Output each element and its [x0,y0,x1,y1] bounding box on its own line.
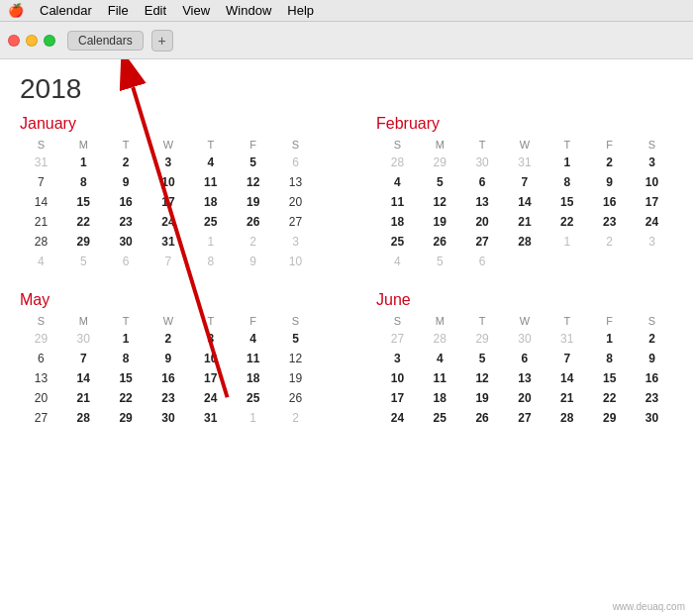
titlebar: Calendars + [0,22,693,59]
list-item: 20 [20,388,62,408]
list-item: 1 [189,232,232,252]
menu-file[interactable]: File [108,3,129,18]
list-item: 9 [105,172,148,192]
list-item: 4 [232,329,274,349]
list-item: 31 [189,408,232,428]
list-item: 20 [274,192,317,212]
list-item: 23 [105,212,148,232]
list-item: 14 [62,368,105,388]
col-thu: T [189,137,232,153]
table-row: 13141516171819 [20,368,317,388]
february-calendar: S M T W T F S 28293031123456789101112131… [376,137,673,271]
list-item: 24 [376,408,419,428]
col-wed: W [148,313,190,329]
col-fri: F [232,313,274,329]
list-item: 8 [62,172,105,192]
list-item: 6 [461,172,504,192]
list-item: 27 [504,408,546,428]
list-item: 24 [189,388,232,408]
list-item: 14 [545,368,588,388]
list-item: 28 [376,153,419,172]
list-item: 2 [588,232,631,252]
list-item: 28 [20,232,62,252]
list-item: 1 [545,153,588,172]
menu-help[interactable]: Help [287,3,314,18]
calendars-button[interactable]: Calendars [67,31,144,51]
list-item: 11 [189,172,232,192]
menu-window[interactable]: Window [226,3,271,18]
list-item: 2 [274,408,317,428]
list-item: 8 [105,349,148,368]
col-mon: M [419,313,461,329]
minimize-button[interactable] [26,35,38,47]
col-tue: T [461,313,504,329]
list-item: 1 [545,232,588,252]
list-item: 6 [20,349,62,368]
col-mon: M [62,313,105,329]
list-item: 19 [419,212,461,232]
may-calendar: S M T W T F S 29301234567891011121314151… [20,313,317,428]
list-item: 28 [62,408,105,428]
list-item: 10 [189,349,232,368]
list-item: 29 [588,408,631,428]
list-item: 27 [274,212,317,232]
list-item: 3 [376,349,419,368]
list-item: 5 [419,172,461,192]
list-item: 2 [232,232,274,252]
list-item: 25 [376,232,419,252]
list-item: 18 [189,192,232,212]
list-item: 9 [631,349,673,368]
close-button[interactable] [8,35,20,47]
list-item: 16 [105,192,148,212]
january-calendar: S M T W T F S 31123456789101112131415161… [20,137,317,271]
list-item: 11 [232,349,274,368]
list-item: 3 [631,232,673,252]
maximize-button[interactable] [44,35,55,47]
list-item: 31 [20,153,62,172]
june-calendar: S M T W T F S 27282930311234567891011121… [376,313,673,428]
list-item [545,252,588,271]
list-item: 28 [504,232,546,252]
list-item: 6 [105,252,148,271]
col-sat: S [274,313,317,329]
col-sun: S [20,313,62,329]
menu-view[interactable]: View [182,3,210,18]
list-item: 29 [419,153,461,172]
table-row: 24252627282930 [376,408,673,428]
list-item: 27 [376,329,419,349]
list-item: 13 [504,368,546,388]
list-item: 7 [545,349,588,368]
list-item: 19 [274,368,317,388]
list-item: 12 [461,368,504,388]
traffic-lights [8,35,55,47]
watermark: www.deuaq.com [613,601,685,612]
list-item: 9 [148,349,190,368]
col-thu: T [545,313,588,329]
apple-menu[interactable]: 🍎 [8,3,24,18]
list-item: 12 [274,349,317,368]
list-item: 2 [588,153,631,172]
list-item: 30 [148,408,190,428]
list-item: 30 [631,408,673,428]
list-item: 26 [274,388,317,408]
list-item: 15 [62,192,105,212]
menu-calendar[interactable]: Calendar [40,3,92,18]
list-item: 28 [419,329,461,349]
list-item: 30 [62,329,105,349]
list-item: 18 [232,368,274,388]
list-item: 5 [419,252,461,271]
menu-edit[interactable]: Edit [145,3,166,18]
list-item: 3 [631,153,673,172]
list-item: 1 [588,329,631,349]
list-item: 30 [504,329,546,349]
col-mon: M [62,137,105,153]
list-item [588,252,631,271]
col-mon: M [419,137,461,153]
list-item: 13 [20,368,62,388]
list-item: 29 [20,329,62,349]
list-item: 24 [631,212,673,232]
list-item: 26 [232,212,274,232]
list-item: 30 [461,153,504,172]
list-item: 2 [105,153,148,172]
add-calendar-button[interactable]: + [151,30,173,51]
